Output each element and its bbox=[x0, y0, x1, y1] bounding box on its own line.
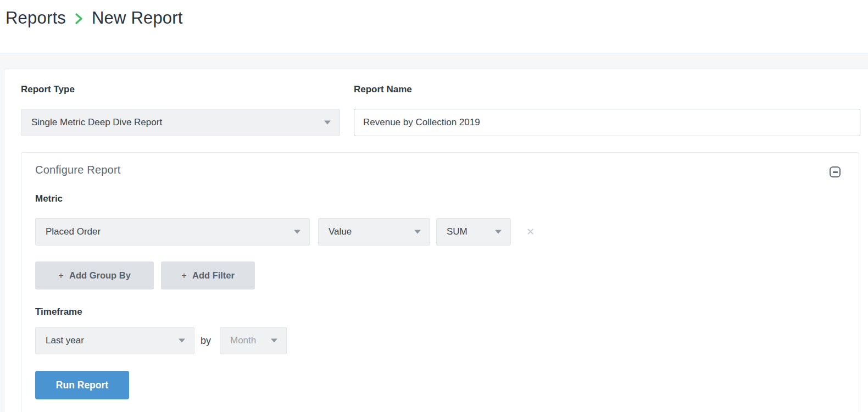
report-type-label: Report Type bbox=[21, 84, 75, 95]
breadcrumb-reports-link[interactable]: Reports bbox=[5, 8, 66, 28]
configure-report-section: Configure Report Metric Placed Order Val… bbox=[21, 152, 859, 412]
minus-square-icon bbox=[833, 171, 838, 173]
metric-label: Metric bbox=[35, 193, 63, 204]
chevron-down-icon bbox=[414, 230, 421, 234]
metric-property-selected-value: Value bbox=[329, 226, 352, 237]
add-group-by-label: Add Group By bbox=[69, 270, 131, 281]
timeframe-label: Timeframe bbox=[35, 307, 82, 318]
timeframe-range-select[interactable]: Last year bbox=[35, 327, 194, 354]
page-header: Reports New Report bbox=[0, 0, 868, 53]
remove-metric-x-icon[interactable]: ✕ bbox=[526, 218, 535, 246]
plus-icon: + bbox=[58, 270, 64, 281]
chevron-down-icon bbox=[324, 121, 331, 125]
report-name-label: Report Name bbox=[354, 84, 412, 95]
plus-icon: + bbox=[181, 270, 187, 281]
timeframe-interval-select[interactable]: Month bbox=[220, 327, 287, 354]
timeframe-interval-selected-value: Month bbox=[230, 335, 256, 346]
run-report-button[interactable]: Run Report bbox=[35, 371, 129, 399]
report-type-select[interactable]: Single Metric Deep Dive Report bbox=[21, 109, 340, 136]
chevron-down-icon bbox=[294, 230, 301, 234]
add-filter-label: Add Filter bbox=[192, 270, 235, 281]
metric-property-select[interactable]: Value bbox=[318, 218, 430, 246]
chevron-down-icon bbox=[179, 339, 185, 343]
add-filter-button[interactable]: + Add Filter bbox=[161, 261, 255, 289]
configure-report-title: Configure Report bbox=[35, 164, 121, 176]
report-type-selected-value: Single Metric Deep Dive Report bbox=[31, 117, 162, 128]
timeframe-range-selected-value: Last year bbox=[46, 335, 84, 346]
collapse-section-button[interactable] bbox=[830, 166, 841, 177]
timeframe-by-label: by bbox=[201, 327, 211, 354]
metric-event-select[interactable]: Placed Order bbox=[35, 218, 310, 246]
breadcrumb-current-page: New Report bbox=[92, 8, 183, 28]
breadcrumb: Reports New Report bbox=[5, 8, 183, 28]
metric-event-selected-value: Placed Order bbox=[46, 226, 101, 237]
chevron-down-icon bbox=[271, 339, 277, 343]
chevron-down-icon bbox=[495, 230, 502, 234]
add-group-by-button[interactable]: + Add Group By bbox=[35, 261, 154, 289]
report-name-input[interactable] bbox=[354, 109, 860, 136]
metric-aggregation-select[interactable]: SUM bbox=[436, 218, 511, 246]
chevron-right-icon bbox=[74, 12, 84, 25]
report-builder-panel: Report Type Single Metric Deep Dive Repo… bbox=[4, 69, 868, 412]
metric-aggregation-selected-value: SUM bbox=[447, 226, 468, 237]
